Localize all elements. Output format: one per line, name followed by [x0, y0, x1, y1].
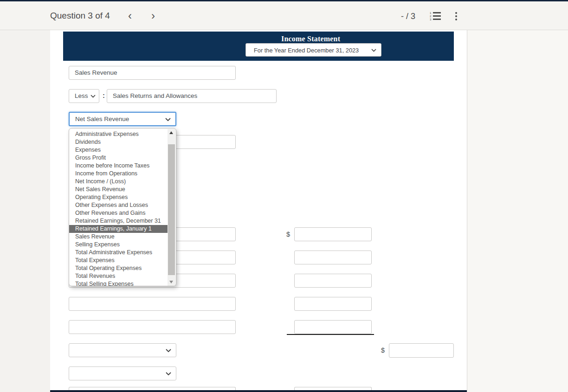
dropdown-option[interactable]: Dividends [69, 138, 168, 146]
kebab-dot [455, 19, 457, 20]
amount-input-right-5[interactable] [294, 320, 372, 334]
dollar-sign: $ [381, 347, 385, 354]
dropdown-option[interactable]: Total Administrative Expenses [69, 249, 168, 257]
dropdown-option[interactable]: Total Selling Expenses [69, 280, 168, 286]
list-icon-bar [433, 12, 441, 13]
list-icon-digit: 1 [430, 12, 431, 14]
amount-input-right-3[interactable] [294, 274, 372, 288]
account-input-left-5[interactable] [69, 320, 236, 334]
score-indicator: - / 3 [401, 12, 415, 21]
net-sales-select-open[interactable]: Net Sales Revenue [69, 112, 176, 126]
dropdown-option[interactable]: Administrative Expenses [69, 130, 168, 138]
list-icon-bar [433, 19, 441, 20]
grand-total-input[interactable] [389, 343, 454, 358]
less-select-value: Less [75, 92, 88, 99]
question-toolbar: Question 3 of 4 ‹ › - / 3 1 2 3 [0, 1, 568, 30]
next-section-header-edge [50, 390, 467, 392]
chevron-down-icon [166, 372, 171, 376]
dropdown-scrollbar[interactable] [168, 129, 175, 286]
question-counter: Question 3 of 4 [50, 11, 110, 21]
chevron-down-icon [371, 49, 376, 52]
list-icon-digit: 2 [430, 15, 431, 18]
account-dropdown: Administrative ExpensesDividendsExpenses… [69, 128, 176, 286]
dropdown-option[interactable]: Total Operating Expenses [69, 264, 168, 272]
next-question-icon[interactable]: › [147, 9, 160, 23]
kebab-dot [455, 15, 457, 17]
less-select[interactable]: Less [69, 89, 99, 103]
list-icon-bar [433, 15, 441, 17]
bottom-select-2[interactable] [69, 366, 176, 380]
colon-separator: : [103, 91, 105, 99]
previous-question-icon[interactable]: ‹ [123, 9, 136, 23]
period-select-value: For the Year Ended December 31, 2023 [254, 47, 359, 54]
list-icon-digit: 3 [430, 18, 431, 21]
dropdown-option[interactable]: Income before Income Taxes [69, 162, 168, 170]
net-sales-select-value: Net Sales Revenue [75, 116, 129, 122]
subtotal-underline [287, 334, 374, 335]
scroll-up-button[interactable] [168, 129, 175, 136]
amount-input-right-2[interactable] [294, 251, 372, 264]
dropdown-option[interactable]: Retained Earnings, January 1 [69, 225, 168, 233]
right-gutter [467, 30, 568, 392]
bottom-select-1[interactable] [69, 343, 176, 357]
quiz-page: Question 3 of 4 ‹ › - / 3 1 2 3 Income S… [0, 0, 568, 392]
dropdown-list: Administrative ExpensesDividendsExpenses… [69, 130, 168, 286]
period-select[interactable]: For the Year Ended December 31, 2023 [245, 43, 381, 57]
question-list-icon[interactable]: 1 2 3 [430, 12, 443, 22]
triangle-down-icon [169, 281, 173, 283]
dollar-sign: $ [286, 231, 290, 238]
account-input-left-4[interactable] [69, 297, 236, 311]
dropdown-option[interactable]: Income from Operations [69, 170, 168, 178]
chevron-down-icon [166, 349, 171, 353]
dropdown-option[interactable]: Expenses [69, 146, 168, 154]
statement-title: Income Statement [281, 35, 340, 43]
kebab-dot [455, 12, 457, 14]
dropdown-option[interactable]: Total Expenses [69, 257, 168, 264]
dropdown-option[interactable]: Gross Profit [69, 154, 168, 162]
dropdown-option[interactable]: Operating Expenses [69, 193, 168, 201]
triangle-up-icon [169, 131, 173, 134]
dropdown-option[interactable]: Total Revenues [69, 272, 168, 280]
amount-input-right-1[interactable] [294, 227, 372, 241]
chevron-down-icon [165, 118, 171, 122]
dropdown-option[interactable]: Other Expenses and Losses [69, 201, 168, 209]
amount-input-right-4[interactable] [294, 297, 372, 311]
scrollbar-thumb[interactable] [168, 144, 175, 275]
dropdown-option[interactable]: Net Sales Revenue [69, 186, 168, 193]
dropdown-option[interactable]: Retained Earnings, December 31 [69, 217, 168, 225]
account-input-row1[interactable]: Sales Revenue [69, 66, 236, 80]
account-input-row2[interactable]: Sales Returns and Allowances [107, 89, 277, 103]
scroll-down-button[interactable] [168, 278, 175, 286]
dropdown-option[interactable]: Sales Revenue [69, 233, 168, 241]
dropdown-option[interactable]: Net Income / (Loss) [69, 178, 168, 186]
dropdown-option[interactable]: Selling Expenses [69, 241, 168, 249]
more-options-icon[interactable] [453, 12, 459, 22]
statement-header: Income Statement For the Year Ended Dece… [63, 32, 454, 61]
chevron-down-icon [90, 95, 96, 98]
dropdown-option[interactable]: Other Revenues and Gains [69, 209, 168, 217]
